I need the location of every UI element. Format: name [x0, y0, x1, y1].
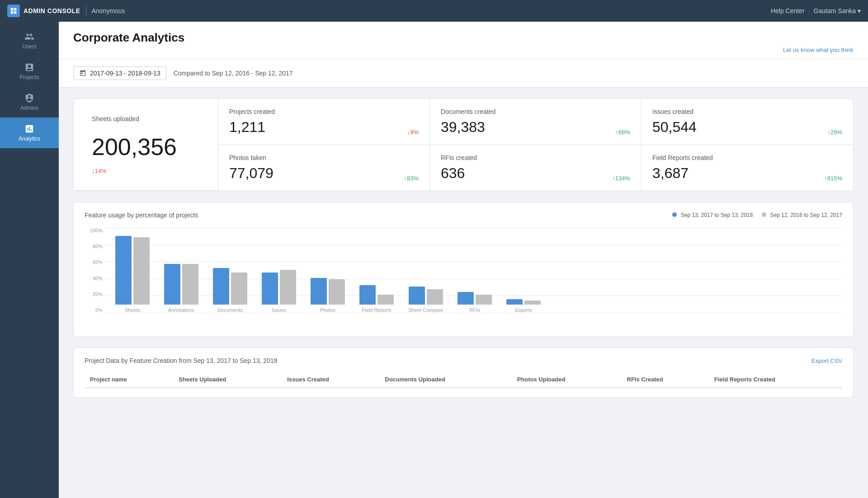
- bar-group: Sheet Compare: [408, 287, 443, 313]
- table-header-row: Project name Sheets Uploaded Issues Crea…: [85, 371, 842, 388]
- bar-label: Issues: [272, 307, 286, 313]
- nav-right-actions: Help Center Gautam Sanka ▾: [771, 7, 861, 14]
- projects-label: Projects created: [229, 108, 419, 115]
- bar-current: [262, 272, 278, 305]
- svg-rect-1: [14, 8, 17, 11]
- legend-current: Sep 13, 2017 to Sep 13, 2018: [672, 212, 753, 218]
- projects-value: 1,211: [229, 119, 265, 136]
- bar-group: Annotations: [164, 264, 198, 313]
- bar-group: RFIs: [458, 292, 492, 313]
- bar-label: Exports: [515, 307, 532, 313]
- date-range-value: 2017-09-13 - 2018-09-13: [90, 70, 160, 77]
- date-picker[interactable]: 2017-09-13 - 2018-09-13: [73, 66, 166, 80]
- top-navigation: ADMIN CONSOLE Anonymous Help Center Gaut…: [0, 0, 868, 22]
- chart-title: Feature usage by percentage of projects: [85, 211, 198, 219]
- page-header-right: Let us know what you think: [73, 45, 854, 53]
- bar-previous: [377, 295, 394, 305]
- table-title: Project Data by Feature Creation from Se…: [85, 357, 277, 364]
- field-reports-change: ↑815%: [824, 175, 842, 182]
- bar-label: Sheets: [125, 307, 140, 313]
- sheets-uploaded-card: Sheets uploaded 200,356 ↓14%: [74, 99, 218, 191]
- export-csv-link[interactable]: Export CSV: [811, 357, 842, 364]
- filter-bar: 2017-09-13 - 2018-09-13 Compared to Sep …: [59, 59, 868, 88]
- admins-icon: [24, 93, 34, 103]
- field-reports-label: Field Reports created: [652, 154, 842, 161]
- col-project-name: Project name: [85, 371, 173, 388]
- col-issues-created: Issues Created: [282, 371, 379, 388]
- nav-divider: [86, 5, 86, 16]
- documents-created-card: Documents created 39,383 ↑68%: [430, 99, 642, 145]
- issues-change: ↑29%: [827, 129, 842, 136]
- documents-value: 39,383: [441, 119, 485, 136]
- field-reports-created-card: Field Reports created 3,687 ↑815%: [642, 145, 853, 191]
- projects-created-card: Projects created 1,211 ↓9%: [218, 99, 430, 145]
- table-header: Project Data by Feature Creation from Se…: [85, 357, 842, 364]
- projects-change: ↓9%: [407, 129, 419, 136]
- sheets-value: 200,356: [92, 133, 200, 160]
- bar-label: Field Reports: [362, 307, 391, 313]
- sidebar-analytics-label: Analytics: [19, 136, 40, 142]
- issues-created-card: Issues created 50,544 ↑29%: [642, 99, 853, 145]
- bar-previous: [231, 272, 247, 305]
- sidebar-admins-label: Admins: [20, 105, 38, 111]
- help-center-link[interactable]: Help Center: [771, 7, 805, 14]
- photos-label: Photos taken: [229, 154, 419, 161]
- col-sheets-uploaded: Sheets Uploaded: [173, 371, 282, 388]
- legend-dot-previous: [762, 212, 766, 217]
- sidebar-projects-label: Projects: [19, 74, 39, 80]
- bar-label: Annotations: [168, 307, 194, 313]
- table-head: Project name Sheets Uploaded Issues Crea…: [85, 371, 842, 388]
- bar-previous: [427, 289, 443, 305]
- content-area: Sheets uploaded 200,356 ↓14% Projects cr…: [59, 88, 868, 409]
- bar-chart: 100% 80% 60% 40% 20% 0%: [85, 228, 842, 327]
- legend-previous: Sep 12, 2016 to Sep 12, 2017: [762, 212, 842, 218]
- col-photos-uploaded: Photos Uploaded: [512, 371, 622, 388]
- bar-previous: [182, 264, 198, 305]
- sidebar-item-projects[interactable]: Projects: [0, 56, 59, 87]
- bar-group: Issues: [262, 270, 296, 313]
- feedback-link[interactable]: Let us know what you think: [783, 47, 854, 53]
- sidebar-item-analytics[interactable]: Analytics: [0, 117, 59, 148]
- chart-legend: Sep 13, 2017 to Sep 13, 2018 Sep 12, 201…: [672, 212, 842, 218]
- main-content: Corporate Analytics Let us know what you…: [59, 22, 868, 498]
- users-icon: [24, 32, 34, 42]
- sidebar-users-label: Users: [22, 43, 36, 50]
- sidebar-item-admins[interactable]: Admins: [0, 87, 59, 117]
- svg-rect-0: [11, 8, 14, 11]
- user-name[interactable]: Gautam Sanka ▾: [814, 7, 861, 14]
- chart-header: Feature usage by percentage of projects …: [85, 211, 842, 219]
- bar-label: Documents: [217, 307, 243, 313]
- bar-previous: [329, 279, 345, 305]
- bar-previous: [133, 237, 150, 305]
- sheets-change: ↓14%: [92, 168, 200, 174]
- bar-groups: SheetsAnnotationsDocumentsIssuesPhotosFi…: [104, 236, 842, 313]
- bar-label: Photos: [320, 307, 335, 313]
- app-name: ADMIN CONSOLE: [24, 7, 80, 14]
- sidebar-item-users[interactable]: Users: [0, 25, 59, 56]
- bar-current: [458, 292, 474, 305]
- bar-current: [311, 278, 327, 305]
- rfis-created-card: RFIs created 636 ↑134%: [430, 145, 642, 191]
- stats-grid: Sheets uploaded 200,356 ↓14% Projects cr…: [73, 99, 854, 191]
- sheets-label: Sheets uploaded: [92, 115, 200, 122]
- bar-current: [409, 287, 425, 305]
- rfis-label: RFIs created: [441, 154, 630, 161]
- bar-group: Photos: [311, 278, 345, 313]
- bar-group: Sheets: [115, 236, 150, 313]
- documents-change: ↑68%: [615, 129, 630, 136]
- svg-rect-2: [11, 11, 14, 14]
- bar-current: [506, 299, 523, 305]
- compare-text: Compared to Sep 12, 2016 - Sep 12, 2017: [174, 70, 293, 77]
- col-rfis-created: RFIs Created: [622, 371, 709, 388]
- bar-current: [164, 264, 180, 305]
- bar-label: Sheet Compare: [408, 307, 443, 313]
- page-title: Corporate Analytics: [73, 31, 854, 45]
- svg-rect-3: [14, 11, 17, 14]
- bar-current: [115, 236, 132, 305]
- field-reports-value: 3,687: [652, 165, 689, 182]
- photos-taken-card: Photos taken 77,079 ↑83%: [218, 145, 430, 191]
- data-table: Project name Sheets Uploaded Issues Crea…: [85, 371, 842, 388]
- rfis-change: ↑134%: [612, 175, 630, 182]
- app-logo: ADMIN CONSOLE: [7, 5, 80, 17]
- bar-current: [213, 268, 229, 305]
